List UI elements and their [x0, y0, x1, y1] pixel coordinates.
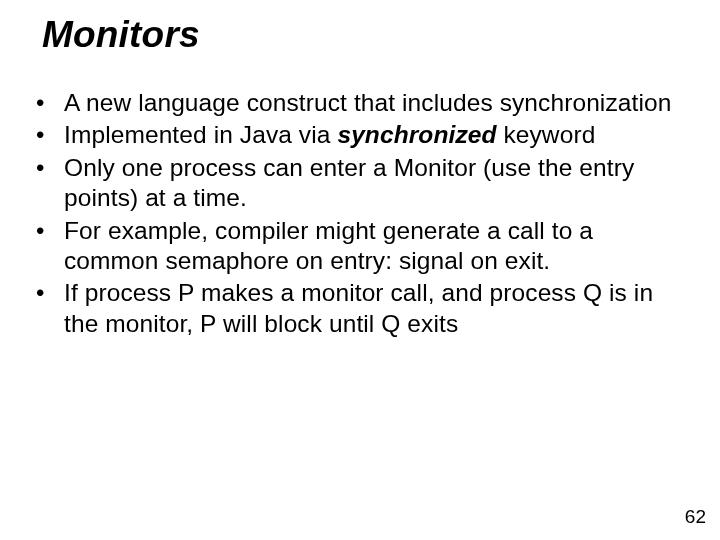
list-item: Only one process can enter a Monitor (us…	[26, 153, 682, 214]
slide: Monitors A new language construct that i…	[0, 0, 720, 540]
bullet-list: A new language construct that includes s…	[26, 88, 682, 339]
bullet-text: For example, compiler might generate a c…	[64, 217, 593, 274]
list-item: Implemented in Java via synchronized key…	[26, 120, 682, 150]
bullet-text: A new language construct that includes s…	[64, 89, 671, 116]
list-item: A new language construct that includes s…	[26, 88, 682, 118]
slide-body: A new language construct that includes s…	[26, 88, 682, 341]
bullet-text: If process P makes a monitor call, and p…	[64, 279, 653, 336]
list-item: If process P makes a monitor call, and p…	[26, 278, 682, 339]
page-number: 62	[685, 506, 706, 528]
bullet-text: Only one process can enter a Monitor (us…	[64, 154, 634, 211]
bullet-text-pre: Implemented in Java via	[64, 121, 337, 148]
list-item: For example, compiler might generate a c…	[26, 216, 682, 277]
slide-title: Monitors	[42, 14, 200, 56]
bullet-text-em: synchronized	[337, 121, 496, 148]
bullet-text-post: keyword	[497, 121, 596, 148]
